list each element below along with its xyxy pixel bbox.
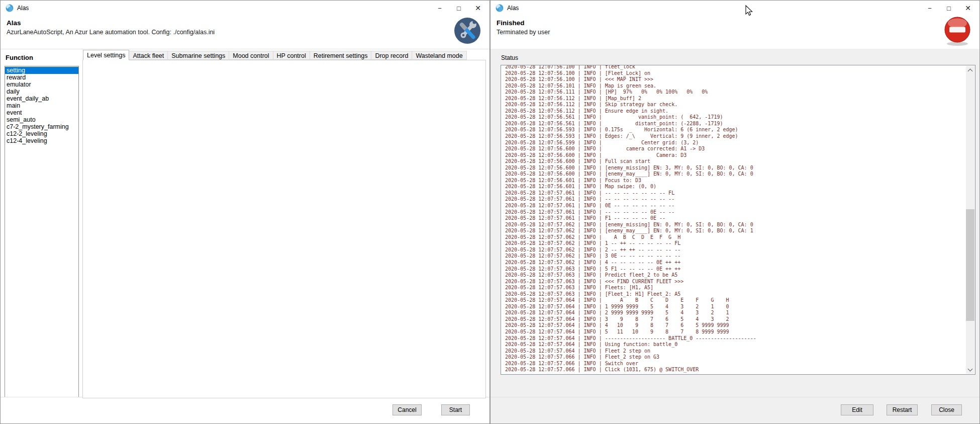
scroll-up-icon[interactable] xyxy=(966,66,974,74)
sidebar-item[interactable]: c12-2_leveling xyxy=(5,130,78,137)
edit-button[interactable]: Edit xyxy=(841,404,873,415)
window-title: Alas xyxy=(507,5,519,12)
log-line: 2020-05-28 12:07:56.112 | INFO | Skip st… xyxy=(505,102,964,108)
sidebar-item[interactable]: main xyxy=(5,102,78,109)
tab[interactable]: Wasteland mode xyxy=(412,51,466,60)
log-line: 2020-05-28 12:07:57.062 | INFO | 1 -- ++… xyxy=(505,240,964,247)
log-line: 2020-05-28 12:07:57.064 | INFO | Fleet 2… xyxy=(505,348,964,355)
log-line: 2020-05-28 12:07:57.062 | INFO | 2 -- ++… xyxy=(505,247,964,253)
log-line: 2020-05-28 12:07:57.062 | INFO | A B C D… xyxy=(505,234,964,241)
log-line: 2020-05-28 12:07:56.100 | INFO | <<< MAP… xyxy=(505,76,964,83)
function-listbox[interactable]: settingrewardemulatordailyevent_daily_ab… xyxy=(5,66,79,397)
log-line: 2020-05-28 12:07:56.601 | INFO | Map swi… xyxy=(505,184,964,190)
log-line: 2020-05-28 12:07:56.593 | INFO | 0.175s … xyxy=(505,127,964,133)
log-line: 2020-05-28 12:07:57.064 | INFO | 3 9 8 7… xyxy=(505,316,964,323)
log-line: 2020-05-28 12:07:57.062 | INFO | [enemy_… xyxy=(505,228,964,234)
left-footer: Cancel Start xyxy=(1,397,489,423)
log-line: 2020-05-28 12:07:56.600 | INFO | Camera:… xyxy=(505,152,964,159)
sidebar-item[interactable]: c7-2_mystery_farming xyxy=(5,123,78,130)
right-footer: Edit Restart Close xyxy=(491,397,979,423)
log-line: 2020-05-28 12:07:57.064 | INFO | Using f… xyxy=(505,342,964,348)
log-lines: 2020-05-28 12:07:56.100 | INFO | fleet_l… xyxy=(505,65,964,373)
sidebar-item[interactable]: event xyxy=(5,109,78,116)
tab[interactable]: Level settings xyxy=(83,50,129,60)
tab[interactable]: Submarine settings xyxy=(167,51,229,60)
config-window: Alas − □ ✕ Alas AzurLaneAutoScript, An A… xyxy=(0,0,490,424)
alas-logo-icon xyxy=(6,4,14,12)
log-line: 2020-05-28 12:07:56.593 | INFO | Edges: … xyxy=(505,133,964,140)
status-label: Status xyxy=(501,54,518,61)
log-line: 2020-05-28 12:07:56.600 | INFO | [enemy_… xyxy=(505,171,964,178)
log-line: 2020-05-28 12:07:56.112 | INFO | [Map_bu… xyxy=(505,96,964,102)
scrollbar-thumb[interactable] xyxy=(966,209,974,321)
log-line: 2020-05-28 12:07:57.063 | INFO | <<< FIN… xyxy=(505,279,964,285)
tools-icon xyxy=(453,16,481,47)
log-line: 2020-05-28 12:07:56.600 | INFO | camera … xyxy=(505,146,964,152)
maximize-button[interactable]: □ xyxy=(449,1,468,16)
sidebar-item[interactable]: setting xyxy=(5,67,78,74)
log-line: 2020-05-28 12:07:56.561 | INFO | vanish_… xyxy=(505,114,964,121)
log-line: 2020-05-28 12:07:56.100 | INFO | [Fleet_… xyxy=(505,70,964,77)
log-line: 2020-05-28 12:07:56.600 | INFO | Full sc… xyxy=(505,158,964,165)
tab[interactable]: Mood control xyxy=(229,51,273,60)
log-line: 2020-05-28 12:07:57.062 | INFO | 4 -- --… xyxy=(505,260,964,266)
tab[interactable]: HP control xyxy=(273,51,310,60)
close-button[interactable]: ✕ xyxy=(958,1,977,16)
log-line: 2020-05-28 12:07:57.061 | INFO | -- -- -… xyxy=(505,196,964,203)
log-line: 2020-05-28 12:07:56.600 | INFO | [enemy_… xyxy=(505,165,964,172)
log-output[interactable]: 2020-05-28 12:07:56.100 | INFO | fleet_l… xyxy=(501,65,975,375)
log-line: 2020-05-28 12:07:57.063 | INFO | Fleets:… xyxy=(505,285,964,291)
cancel-button[interactable]: Cancel xyxy=(393,404,422,415)
sidebar-item[interactable]: reward xyxy=(5,74,78,81)
log-line: 2020-05-28 12:07:57.062 | INFO | 3 0E --… xyxy=(505,253,964,260)
log-line: 2020-05-28 12:07:56.601 | INFO | Focus t… xyxy=(505,178,964,184)
log-line: 2020-05-28 12:07:57.062 | INFO | [enemy_… xyxy=(505,222,964,228)
close-log-button[interactable]: Close xyxy=(931,404,962,415)
log-scrollbar[interactable] xyxy=(966,66,974,374)
log-line: 2020-05-28 12:07:57.063 | INFO | 5 F1 --… xyxy=(505,266,964,273)
sidebar-item[interactable]: semi_auto xyxy=(5,116,78,123)
log-line: 2020-05-28 12:07:57.063 | INFO | [Fleet_… xyxy=(505,291,964,298)
tab[interactable]: Drop record xyxy=(371,51,412,60)
finished-subtitle: Terminated by user xyxy=(497,29,550,36)
sidebar-item[interactable]: daily xyxy=(5,88,78,95)
log-line: 2020-05-28 12:07:57.064 | INFO | 5 11 10… xyxy=(505,329,964,335)
titlebar[interactable]: Alas − □ ✕ xyxy=(1,1,489,16)
settings-tabbar: Level settingsAttack fleetSubmarine sett… xyxy=(83,50,466,60)
alas-logo-icon xyxy=(496,4,504,12)
log-line: 2020-05-28 12:07:57.066 | INFO | Fleet_2… xyxy=(505,354,964,361)
restart-button[interactable]: Restart xyxy=(887,404,918,415)
tab[interactable]: Retirement settings xyxy=(310,51,372,60)
sidebar-item[interactable]: emulator xyxy=(5,81,78,88)
window-header: Alas AzurLaneAutoScript, An Azur Lane au… xyxy=(1,16,489,49)
log-line: 2020-05-28 12:07:57.064 | INFO | -------… xyxy=(505,335,964,342)
status-area: Status 2020-05-28 12:07:56.100 | INFO | … xyxy=(491,49,979,397)
log-line: 2020-05-28 12:07:57.061 | INFO | 0E -- -… xyxy=(505,203,964,209)
log-line: 2020-05-28 12:07:56.112 | INFO | Ensure … xyxy=(505,108,964,115)
app-title: Alas xyxy=(7,19,21,27)
tab[interactable]: Attack fleet xyxy=(129,51,168,60)
titlebar[interactable]: Alas − □ ✕ xyxy=(491,1,979,16)
log-line: 2020-05-28 12:07:57.061 | INFO | -- -- -… xyxy=(505,190,964,197)
sidebar-item[interactable]: c12-4_leveling xyxy=(5,137,78,144)
log-line: 2020-05-28 12:07:56.101 | INFO | Map is … xyxy=(505,83,964,90)
minimize-button[interactable]: − xyxy=(430,1,449,16)
log-line: 2020-05-28 12:07:57.064 | INFO | 1 9999 … xyxy=(505,304,964,310)
app-subtitle: AzurLaneAutoScript, An Azur Lane automat… xyxy=(7,29,215,36)
log-line: 2020-05-28 12:07:57.064 | INFO | 4 10 9 … xyxy=(505,322,964,329)
log-line: 2020-05-28 12:07:56.599 | INFO | Center … xyxy=(505,140,964,146)
window-header: Finished Terminated by user xyxy=(491,16,979,49)
start-button[interactable]: Start xyxy=(441,404,470,415)
log-line: 2020-05-28 12:07:57.061 | INFO | -- -- -… xyxy=(505,209,964,216)
log-line: 2020-05-28 12:07:57.064 | INFO | A B C D… xyxy=(505,297,964,304)
minimize-button[interactable]: − xyxy=(920,1,939,16)
log-line: 2020-05-28 12:07:57.066 | INFO | Click (… xyxy=(505,367,964,373)
maximize-button[interactable]: □ xyxy=(939,1,958,16)
log-line: 2020-05-28 12:07:56.561 | INFO | distant… xyxy=(505,121,964,127)
function-label: Function xyxy=(6,54,33,61)
close-button[interactable]: ✕ xyxy=(468,1,487,16)
scroll-down-icon[interactable] xyxy=(966,365,974,374)
log-line: 2020-05-28 12:07:57.063 | INFO | Predict… xyxy=(505,272,964,279)
sidebar-item[interactable]: event_daily_ab xyxy=(5,95,78,102)
log-line: 2020-05-28 12:07:57.064 | INFO | 2 9999 … xyxy=(505,310,964,316)
